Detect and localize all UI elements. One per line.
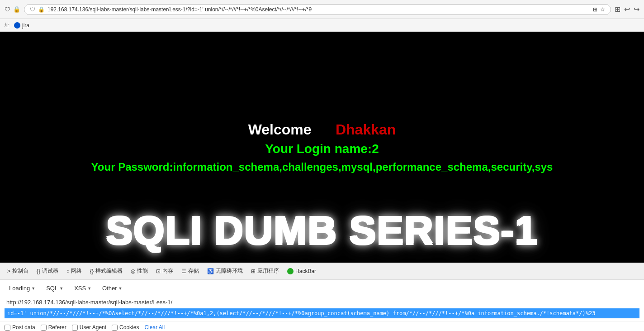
xss-menu-label: XSS <box>74 285 86 292</box>
browser-security-icons: 🛡 🔒 <box>5 6 20 13</box>
other-dropdown-arrow: ▼ <box>118 286 123 291</box>
lock-icon: 🔒 <box>38 6 45 13</box>
password-text: Your Password:information_schema,challen… <box>82 161 562 173</box>
network-icon: ↕ <box>66 268 69 274</box>
qr-code-icon[interactable]: ⊞ <box>593 6 597 13</box>
other-menu-label: Other <box>102 285 117 292</box>
sql-dropdown-arrow: ▼ <box>59 286 63 291</box>
devtools-performance[interactable]: ◎ 性能 <box>127 265 152 277</box>
url-text: 192.168.174.136/sqli-labs-master/sqli-la… <box>47 6 590 13</box>
user-agent-checkbox-input[interactable] <box>72 325 78 331</box>
storage-icon: ☰ <box>181 268 186 274</box>
jira-icon <box>14 22 20 29</box>
welcome-line: Welcome Dhakkan <box>248 121 396 138</box>
sqli-title-banner: SQLI DUMB SERIES-1 <box>0 207 644 254</box>
sql-menu[interactable]: SQL ▼ <box>42 283 68 293</box>
cookies-label: Cookies <box>119 324 139 331</box>
accessibility-label: 无障碍环境 <box>216 267 243 275</box>
sqli-title-text: SQLI DUMB SERIES-1 <box>106 208 538 253</box>
xss-dropdown-arrow: ▼ <box>87 286 91 291</box>
welcome-prefix: Welcome <box>248 121 312 138</box>
devtools-memory[interactable]: ⊡ 内存 <box>152 265 177 277</box>
performance-icon: ◎ <box>131 268 135 274</box>
loading-menu-label: Loading <box>9 285 30 292</box>
devtools-debugger[interactable]: {} 调试器 <box>33 265 62 277</box>
user-agent-checkbox[interactable]: User Agent <box>72 324 106 331</box>
network-label: 网络 <box>71 267 82 275</box>
welcome-name: Dhakkan <box>336 121 396 138</box>
shield-icon: 🛡 <box>30 6 35 13</box>
style-editor-icon: {} <box>90 268 94 274</box>
devtools-network[interactable]: ↕ 网络 <box>63 265 85 277</box>
clear-all-button[interactable]: Clear All <box>144 324 165 331</box>
hackbar-url-line1[interactable]: http://192.168.174.136/sqli-labs-master/… <box>5 298 639 307</box>
xss-menu[interactable]: XSS ▼ <box>70 283 96 293</box>
referer-checkbox[interactable]: Referer <box>41 324 66 331</box>
jira-label: jira <box>22 22 29 29</box>
devtools-style-editor[interactable]: {} 样式编辑器 <box>86 265 126 277</box>
performance-label: 性能 <box>137 267 148 275</box>
memory-label: 内存 <box>162 267 173 275</box>
accessibility-icon: ♿ <box>207 268 214 274</box>
content-block-icon: 🔒 <box>13 6 20 13</box>
loading-dropdown-arrow: ▼ <box>31 286 35 291</box>
devtools-storage[interactable]: ☰ 存储 <box>178 265 203 277</box>
debugger-label: 调试器 <box>42 267 58 275</box>
jira-bookmark[interactable]: jira <box>14 22 29 29</box>
security-shield-icon: 🛡 <box>5 6 10 13</box>
browser-actions: ⊞ ↩ ↪ <box>615 5 639 14</box>
webpage-content: Welcome Dhakkan Your Login name:2 Your P… <box>0 32 644 263</box>
post-data-checkbox[interactable]: Post data <box>5 324 35 331</box>
bookmarks-bar: 址 jira <box>0 19 644 32</box>
debugger-icon: {} <box>37 268 40 274</box>
user-agent-label: User Agent <box>80 324 106 331</box>
forward-icon[interactable]: ↪ <box>634 5 639 14</box>
hackbar-menu-row: Loading ▼ SQL ▼ XSS ▼ Other ▼ <box>0 282 644 295</box>
address-bar[interactable]: 🛡 🔒 192.168.174.136/sqli-labs-master/sql… <box>24 4 611 15</box>
hackbar-icon <box>287 268 294 274</box>
console-label: 控制台 <box>12 267 28 275</box>
loading-menu[interactable]: Loading ▼ <box>5 283 40 293</box>
cookies-checkbox[interactable]: Cookies <box>112 324 139 331</box>
sql-menu-label: SQL <box>46 285 58 292</box>
application-icon: ⊞ <box>251 268 256 274</box>
devtools-bar: > 控制台 {} 调试器 ↕ 网络 {} 样式编辑器 ◎ 性能 ⊡ 内存 ☰ 存… <box>0 263 644 280</box>
hackbar-bottom-bar: Post data Referer User Agent Cookies Cle… <box>0 321 644 331</box>
extensions-icon[interactable]: ⊞ <box>615 5 620 14</box>
hackbar-label: HackBar <box>295 268 316 274</box>
post-data-checkbox-input[interactable] <box>5 325 10 331</box>
style-editor-label: 样式编辑器 <box>95 267 123 275</box>
application-label: 应用程序 <box>257 267 279 275</box>
browser-chrome: 🛡 🔒 🛡 🔒 192.168.174.136/sqli-labs-master… <box>0 0 644 19</box>
hackbar-url-section: http://192.168.174.136/sqli-labs-master/… <box>0 295 644 321</box>
login-name-text: Your Login name:2 <box>265 142 379 156</box>
storage-label: 存储 <box>188 267 199 275</box>
devtools-hackbar[interactable]: HackBar <box>284 266 320 276</box>
cookies-checkbox-input[interactable] <box>112 325 118 331</box>
console-icon: > <box>7 268 10 274</box>
devtools-console[interactable]: > 控制台 <box>4 265 32 277</box>
hackbar-url-line2[interactable]: id=-1' union/*//--/*///*!--+/*%0Aselect/… <box>5 308 639 318</box>
other-menu[interactable]: Other ▼ <box>98 283 127 293</box>
memory-icon: ⊡ <box>156 268 161 274</box>
referer-label: Referer <box>48 324 66 331</box>
bookmark-icon[interactable]: ☆ <box>600 6 605 13</box>
back-icon[interactable]: ↩ <box>624 5 630 14</box>
bookmark-label: 址 <box>5 22 9 29</box>
hackbar-section: Loading ▼ SQL ▼ XSS ▼ Other ▼ http://192… <box>0 280 644 331</box>
devtools-accessibility[interactable]: ♿ 无障碍环境 <box>204 265 246 277</box>
post-data-label: Post data <box>12 324 35 331</box>
devtools-application[interactable]: ⊞ 应用程序 <box>247 265 283 277</box>
referer-checkbox-input[interactable] <box>41 325 47 331</box>
